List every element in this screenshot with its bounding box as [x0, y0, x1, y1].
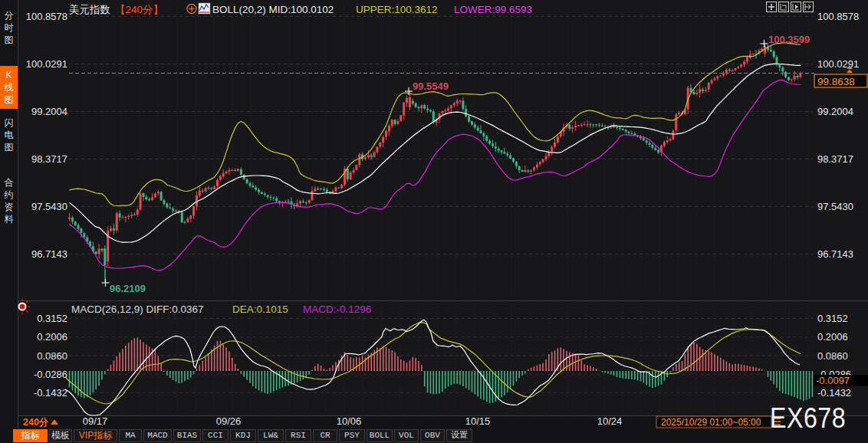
svg-text:98.3717: 98.3717 [31, 153, 67, 165]
svg-text:UPPER:100.3612: UPPER:100.3612 [356, 4, 438, 15]
svg-text:99.5549: 99.5549 [413, 80, 449, 92]
svg-text:10/24: 10/24 [597, 415, 623, 427]
svg-text:0.0860: 0.0860 [817, 350, 848, 362]
svg-text:09/26: 09/26 [216, 415, 242, 427]
svg-text:0.2006: 0.2006 [37, 331, 67, 343]
svg-text:【240分】: 【240分】 [115, 4, 163, 15]
svg-text:0.0860: 0.0860 [37, 350, 67, 362]
svg-text:10/06: 10/06 [337, 415, 362, 427]
svg-text:99.8638: 99.8638 [817, 76, 855, 87]
svg-text:0.2006: 0.2006 [817, 331, 848, 343]
svg-text:97.5430: 97.5430 [817, 201, 853, 212]
svg-text:-0.0097: -0.0097 [816, 375, 850, 386]
svg-text:98.3717: 98.3717 [817, 153, 853, 165]
svg-text:99.2004: 99.2004 [31, 106, 67, 117]
svg-text:BOLL(20,2) MID:100.0102: BOLL(20,2) MID:100.0102 [212, 4, 334, 15]
svg-text:DEA:0.1015: DEA:0.1015 [232, 304, 288, 315]
svg-text:-0.0286: -0.0286 [34, 369, 67, 380]
svg-text:-0.1432: -0.1432 [34, 387, 67, 399]
svg-text:100.0291: 100.0291 [817, 58, 859, 70]
svg-text:10/15: 10/15 [465, 415, 491, 427]
svg-text:LOWER:99.6593: LOWER:99.6593 [454, 4, 532, 15]
svg-text:96.2109: 96.2109 [110, 283, 146, 294]
svg-text:0.3152: 0.3152 [37, 313, 67, 324]
svg-text:240分: 240分 [23, 417, 49, 428]
svg-text:MACD(26,12,9) DIFF:0.0367: MACD(26,12,9) DIFF:0.0367 [71, 304, 204, 315]
svg-text:09/17: 09/17 [83, 415, 108, 427]
svg-text:美元指数: 美元指数 [69, 4, 110, 15]
svg-text:100.0291: 100.0291 [26, 58, 67, 70]
svg-text:99.2004: 99.2004 [817, 106, 853, 117]
svg-text:96.7143: 96.7143 [31, 248, 67, 260]
svg-text:100.8578: 100.8578 [26, 11, 67, 22]
svg-text:100.3599: 100.3599 [768, 34, 810, 45]
svg-text:97.5430: 97.5430 [31, 201, 67, 212]
svg-text:0.3152: 0.3152 [817, 313, 848, 324]
svg-text:96.7143: 96.7143 [817, 248, 853, 260]
svg-text:MACD:-0.1296: MACD:-0.1296 [303, 304, 371, 315]
svg-text:100.8578: 100.8578 [817, 11, 859, 22]
svg-text:-0.1432: -0.1432 [817, 387, 851, 399]
svg-text:2025/10/29 01:00~05:00: 2025/10/29 01:00~05:00 [661, 417, 761, 428]
